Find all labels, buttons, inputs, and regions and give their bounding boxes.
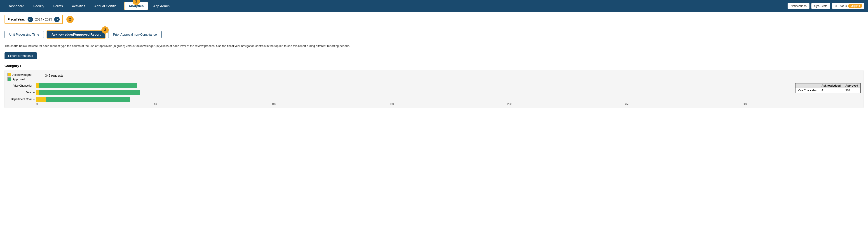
requests-count: 349 requests xyxy=(45,74,63,77)
category-title: Category I xyxy=(4,64,864,68)
tooltip-row-label: Vice Chancellor xyxy=(796,88,819,93)
x-tick-0: 0 xyxy=(36,103,154,105)
nav-right: Notifications Sys. Stats 🖥 Status Legend xyxy=(787,3,864,9)
monitor-icon: 🖥 xyxy=(834,4,837,8)
table-row: Vice Chancellor – xyxy=(7,83,861,88)
bar-label-vc: Vice Chancellor – xyxy=(7,84,35,87)
status-label: Status xyxy=(838,4,847,8)
chart-header: Acknowledged Approved 349 requests xyxy=(7,73,861,81)
fiscal-year-label: Fiscal Year: xyxy=(8,17,25,21)
acknowledged-color-swatch xyxy=(7,73,11,76)
fiscal-next-button[interactable]: > xyxy=(54,17,60,22)
tooltip-header-blank xyxy=(796,83,819,88)
table-row: Dean – xyxy=(7,90,861,95)
tooltip-row-approved: 310 xyxy=(843,88,860,93)
tab-prior-approval[interactable]: Prior Approval non-Compliance xyxy=(108,31,161,38)
table-row: Vice Chancellor 4 310 xyxy=(796,88,861,93)
fiscal-year-bar: Fiscal Year: < 2024 - 2025 > 2 xyxy=(0,12,868,27)
bar-track-vc xyxy=(36,83,154,88)
approved-color-swatch xyxy=(7,77,11,81)
legend-approved: Approved xyxy=(7,77,32,81)
bar-label-dept: Department Chair – xyxy=(7,98,35,101)
tooltip-header-approved: Approved xyxy=(843,83,860,88)
nav-faculty[interactable]: Faculty xyxy=(29,2,48,10)
tab-acknowledged-approved[interactable]: Acknowledged/Approved Report xyxy=(46,31,105,39)
navbar: Dashboard Faculty Forms Activities Annua… xyxy=(0,0,868,12)
bar-track-dean xyxy=(36,90,154,95)
fiscal-year-value: 2024 - 2025 xyxy=(35,17,52,21)
x-tick-100: 100 xyxy=(272,103,390,105)
nav-forms[interactable]: Forms xyxy=(49,2,67,10)
description-text: The charts below indicate for each reque… xyxy=(0,42,868,50)
nav-annual-cert[interactable]: Annual Certific... xyxy=(90,2,123,10)
table-row: Department Chair – xyxy=(7,97,861,102)
x-axis: 0 50 100 150 200 250 300 xyxy=(36,103,861,105)
bar-chart: Vice Chancellor – Dean – Dep xyxy=(7,83,861,102)
notifications-button[interactable]: Notifications xyxy=(787,3,809,9)
legend-acknowledged: Acknowledged xyxy=(7,73,32,76)
x-tick-200: 200 xyxy=(507,103,625,105)
chart-section: Category I Acknowledged Approved 349 req… xyxy=(0,62,868,113)
fiscal-year-control: Fiscal Year: < 2024 - 2025 > xyxy=(4,15,63,24)
nav-dashboard[interactable]: Dashboard xyxy=(4,2,28,10)
tooltip-table: Acknowledged Approved Vice Chancellor 4 … xyxy=(795,83,861,93)
bar-track-dept xyxy=(36,97,154,102)
step2-badge: 2 xyxy=(66,16,74,23)
export-button[interactable]: Export current data xyxy=(4,52,37,59)
approved-label: Approved xyxy=(12,78,25,81)
tooltip-header-acknowledged: Acknowledged xyxy=(819,83,843,88)
legend-items: Acknowledged Approved xyxy=(7,73,32,81)
x-tick-150: 150 xyxy=(390,103,507,105)
step3-badge: 3 xyxy=(101,26,109,34)
status-area: 🖥 Status Legend xyxy=(832,3,864,9)
x-tick-250: 250 xyxy=(625,103,743,105)
acknowledged-label: Acknowledged xyxy=(12,73,32,76)
tab-unit-processing[interactable]: Unit Processing Time xyxy=(4,31,44,38)
x-tick-300: 300 xyxy=(743,103,861,105)
chart-container: Acknowledged Approved 349 requests Vice … xyxy=(4,70,864,108)
bar-label-dean: Dean – xyxy=(7,91,35,94)
tabs-bar: Unit Processing Time Acknowledged/Approv… xyxy=(0,27,868,42)
x-tick-50: 50 xyxy=(154,103,272,105)
nav-app-admin[interactable]: App Admin xyxy=(149,2,174,10)
sys-stats-button[interactable]: Sys. Stats xyxy=(811,3,831,9)
nav-items: Dashboard Faculty Forms Activities Annua… xyxy=(4,2,787,10)
bar-chart-area: Vice Chancellor – Dean – Dep xyxy=(7,83,861,102)
fiscal-prev-button[interactable]: < xyxy=(28,17,33,22)
legend-badge[interactable]: Legend xyxy=(848,4,862,8)
tooltip-row-acknowledged: 4 xyxy=(819,88,843,93)
nav-activities[interactable]: Activities xyxy=(68,2,89,10)
